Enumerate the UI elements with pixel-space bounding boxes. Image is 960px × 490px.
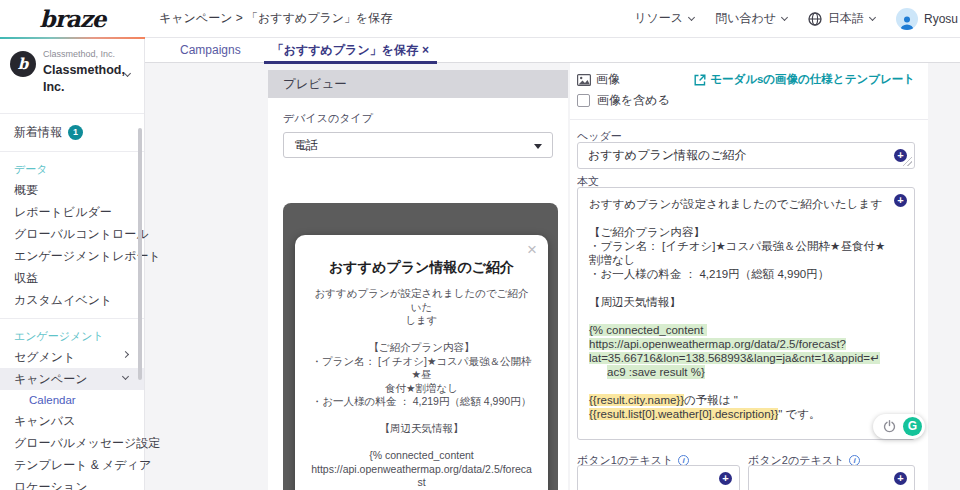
chevron-down-icon: [688, 13, 695, 20]
button2-text-input[interactable]: +: [748, 465, 915, 490]
braze-logo-text: braze: [40, 5, 106, 32]
forecast-line: {{result.city.name}}の予報は "{{result.list[…: [589, 393, 888, 421]
resources-menu[interactable]: リソース: [634, 10, 694, 27]
modal-close-icon[interactable]: ×: [527, 241, 537, 258]
modal-image-spec-link[interactable]: モーダルsの画像の仕様とテンプレート: [694, 72, 915, 87]
close-icon[interactable]: ×: [422, 43, 429, 57]
modal-body-text: おすすめプランが設定されましたのでご紹介いた します 【ご紹介プラン内容】 ・プ…: [311, 287, 532, 490]
chevron-down-icon: [781, 13, 788, 20]
header-input-value: おすすめプラン情報のご紹介: [588, 148, 747, 162]
contact-label: 問い合わせ: [715, 10, 776, 27]
forecast-text: の予報は ": [684, 394, 738, 406]
connected-content-line: ac9 :save result %}: [589, 365, 888, 379]
top-right-menu: リソース 問い合わせ 日本語 Ryosu: [634, 8, 960, 30]
sidebar-item-revenue[interactable]: 収益: [0, 267, 144, 289]
modal-image-spec-link-label: モーダルsの画像の仕様とテンプレート: [710, 72, 915, 87]
sidebar-item-canvas[interactable]: キャンバス: [0, 410, 144, 432]
org-name: Classmethod, Inc.: [43, 62, 121, 96]
sidebar-item-global-message[interactable]: グローバルメッセージ設定: [0, 432, 144, 454]
resources-label: リソース: [634, 10, 683, 27]
org-label: Classmethod, Inc.: [43, 49, 134, 59]
tab-save-plan[interactable]: 「おすすめプラン」を保存×: [268, 38, 433, 63]
sidebar: b Classmethod, Inc. Classmethod, Inc. 新着…: [0, 38, 145, 490]
sidebar-scrollbar[interactable]: [138, 128, 142, 380]
sidebar-item-global-control[interactable]: グローバルコントロール: [0, 223, 144, 245]
external-link-icon: [694, 74, 706, 86]
personalization-plus-button[interactable]: +: [894, 194, 907, 207]
in-app-message-modal: × おすすめプラン情報のご紹介 おすすめプランが設定されましたのでご紹介いた し…: [295, 235, 548, 490]
language-menu[interactable]: 日本語: [808, 10, 875, 27]
sidebar-item-overview[interactable]: 概要: [0, 179, 144, 201]
sidebar-item-templates-media[interactable]: テンプレート & メディア: [0, 454, 144, 476]
username: Ryosu: [924, 12, 958, 26]
preview-body: デバイスのタイプ 電話 × おすすめプラン情報のご紹介 おすすめプランが設定され…: [268, 98, 568, 490]
whats-new-label: 新着情報: [14, 125, 62, 139]
phone-preview: × おすすめプラン情報のご紹介 おすすめプランが設定されましたのでご紹介いた し…: [283, 203, 558, 490]
connected-content-line: lat=35.66716&lon=138.568993&lang=ja&cnt=…: [589, 351, 888, 365]
body-line: 【ご紹介プラン内容】: [589, 225, 888, 239]
include-image-row: 画像を含める: [577, 92, 670, 109]
sidebar-item-locations[interactable]: ロケーション: [0, 476, 144, 490]
personalization-plus-button[interactable]: +: [719, 472, 732, 485]
caret-down-icon: [534, 144, 542, 149]
tab-save-plan-label: 「おすすめプラン」を保存: [272, 43, 418, 57]
chevron-down-icon: [124, 70, 131, 77]
image-section-label: 画像: [596, 71, 620, 88]
personalization-plus-button[interactable]: +: [894, 472, 907, 485]
button1-text-input[interactable]: +: [577, 465, 740, 490]
preview-title: プレビュー: [268, 70, 568, 98]
divider: [0, 318, 144, 319]
message-form-panel: 画像 モーダルsの画像の仕様とテンプレート 画像を含める ヘッダー おすすめプラ…: [570, 63, 928, 490]
section-engagement: エンゲージメント: [0, 326, 144, 346]
tab-campaigns[interactable]: Campaigns: [180, 43, 241, 57]
contact-menu[interactable]: 問い合わせ: [715, 10, 787, 27]
person-icon: [899, 14, 915, 30]
company-logo-icon: b: [10, 51, 36, 77]
breadcrumb[interactable]: キャンペーン > 「おすすめプラン」を保存: [159, 10, 392, 27]
sidebar-item-calendar[interactable]: Calendar: [0, 390, 144, 410]
user-menu[interactable]: Ryosu: [896, 8, 958, 30]
grammarly-widget: G: [873, 414, 925, 439]
connected-content-code: {% connected_content https://api.openwea…: [589, 324, 846, 350]
sidebar-item-custom-events[interactable]: カスタムイベント: [0, 289, 144, 311]
body-textarea[interactable]: おすすめプランが設定されましたのでご紹介いたします 【ご紹介プラン内容】 ・プラ…: [577, 187, 915, 440]
sidebar-item-report-builder[interactable]: レポートビルダー: [0, 201, 144, 223]
grammarly-icon[interactable]: G: [903, 417, 922, 436]
workspace-switcher[interactable]: b Classmethod, Inc. Classmethod, Inc.: [0, 38, 144, 114]
connected-content-code: lat=35.66716&lon=138.568993&lang=ja&cnt=…: [589, 352, 880, 364]
device-type-select[interactable]: 電話: [283, 132, 553, 158]
liquid-tag: {{result.city.name}}: [589, 394, 684, 406]
include-image-checkbox[interactable]: [577, 94, 590, 107]
chevron-down-icon: [122, 373, 129, 380]
main-content: プレビュー デバイスのタイプ 電話 × おすすめプラン情報のご紹介 おすすめプラ…: [145, 63, 960, 490]
connected-content-code: ac9 :save result %}: [607, 365, 705, 379]
forecast-text: " です。: [778, 408, 820, 420]
top-bar: braze キャンペーン > 「おすすめプラン」を保存 リソース 問い合わせ 日…: [0, 0, 960, 38]
header-input[interactable]: おすすめプラン情報のご紹介 +: [577, 142, 915, 169]
globe-icon: [808, 12, 822, 26]
body-blank-line: [589, 309, 888, 323]
liquid-tag: {{result.list[0].weather[0].description}…: [589, 408, 778, 420]
modal-title: おすすめプラン情報のご紹介: [311, 259, 532, 277]
power-icon[interactable]: [883, 420, 896, 433]
tab-bar: Campaigns 「おすすめプラン」を保存×: [145, 38, 960, 63]
segments-label: セグメント: [14, 350, 75, 364]
device-type-value: 電話: [294, 137, 318, 154]
resize-handle[interactable]: [903, 157, 912, 166]
sidebar-item-segments[interactable]: セグメント: [0, 346, 144, 368]
braze-logo[interactable]: braze: [0, 0, 145, 38]
divider: [570, 119, 928, 120]
device-type-label: デバイスのタイプ: [283, 111, 553, 126]
sidebar-nav: 新着情報1 データ 概要 レポートビルダー グローバルコントロール エンゲージメ…: [0, 114, 144, 490]
section-data: データ: [0, 159, 144, 179]
sidebar-item-campaigns[interactable]: キャンペーン: [0, 368, 144, 390]
body-blank-line: [589, 379, 888, 393]
image-section-row: 画像 モーダルsの画像の仕様とテンプレート: [577, 71, 915, 88]
chevron-right-icon: [122, 351, 129, 358]
body-blank-line: [589, 281, 888, 295]
whats-new-badge: 1: [68, 125, 83, 140]
preview-panel: プレビュー デバイスのタイプ 電話 × おすすめプラン情報のご紹介 おすすめプラ…: [268, 70, 568, 490]
sidebar-item-engagement-report[interactable]: エンゲージメントレポート: [0, 245, 144, 267]
sidebar-item-whats-new[interactable]: 新着情報1: [0, 120, 144, 144]
avatar: [896, 8, 918, 30]
